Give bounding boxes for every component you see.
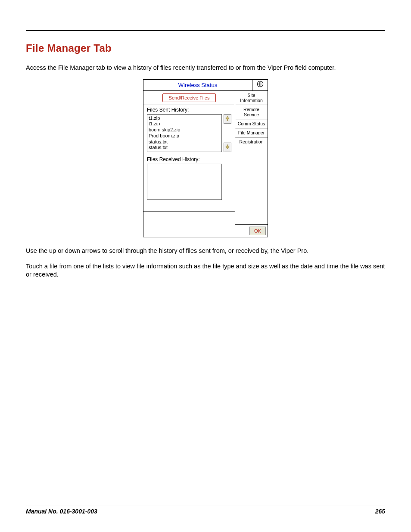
files-received-list[interactable] [147, 164, 222, 200]
intro-paragraph: Access the File Manager tab to view a hi… [26, 64, 385, 72]
ok-button[interactable]: OK [249, 227, 266, 235]
list-item[interactable]: status.txt [149, 145, 220, 151]
sidebar: Site Information Remote Service Comm Sta… [235, 91, 268, 237]
paragraph-3: Touch a file from one of the lists to vi… [26, 262, 385, 279]
tab-comm-status[interactable]: Comm Status [235, 119, 268, 128]
list-item[interactable]: t1.zip [149, 115, 220, 121]
section-heading: File Manager Tab [26, 42, 385, 54]
files-received-label: Files Received History: [143, 155, 235, 164]
arrow-up-icon [225, 115, 230, 123]
tab-site-information[interactable]: Site Information [235, 91, 268, 105]
app-screenshot: Wireless Status Send/Receive Files Files… [143, 79, 268, 238]
send-receive-button[interactable]: Send/Receive Files [162, 93, 216, 102]
tab-remote-service[interactable]: Remote Service [235, 105, 268, 119]
scroll-down-button[interactable] [224, 143, 231, 152]
list-item[interactable]: t1.zip [149, 121, 220, 127]
scroll-up-button[interactable] [224, 114, 231, 124]
globe-icon [256, 80, 264, 90]
files-sent-list[interactable]: t1.zip t1.zip boom skip2.zip Prod boom.z… [147, 114, 222, 152]
arrow-down-icon [225, 143, 230, 151]
window-title: Wireless Status [143, 82, 252, 88]
footer-manual-number: Manual No. 016-3001-003 [26, 508, 97, 515]
files-sent-label: Files Sent History: [143, 105, 235, 114]
tab-file-manager[interactable]: File Manager [235, 128, 268, 137]
list-item[interactable]: boom skip2.zip [149, 127, 220, 133]
footer-page-number: 265 [375, 508, 385, 515]
tab-registration[interactable]: Registration [235, 137, 268, 146]
list-item[interactable]: Prod boom.zip [149, 133, 220, 139]
paragraph-2: Use the up or down arrows to scroll thro… [26, 247, 385, 255]
list-item[interactable]: status.txt [149, 139, 220, 145]
